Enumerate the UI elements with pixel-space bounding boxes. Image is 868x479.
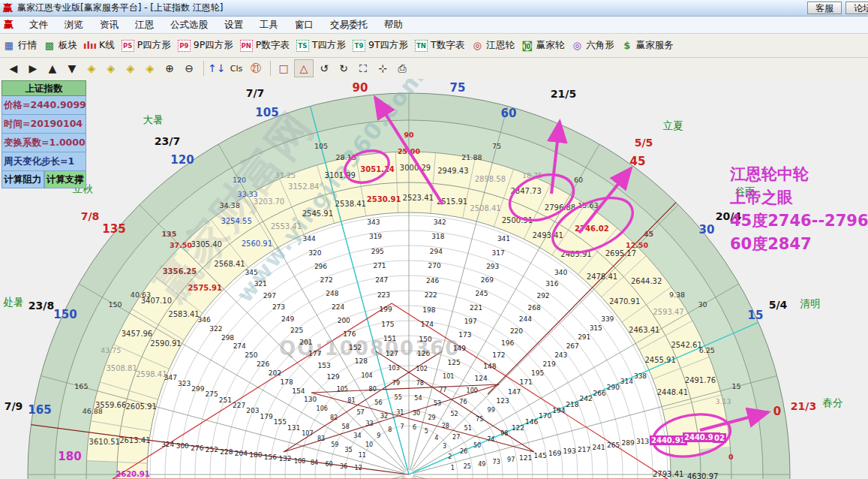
spiral-number: 345 — [245, 269, 258, 276]
spiral-number: 242 — [579, 395, 592, 402]
ring-value: 3610.51 — [89, 438, 120, 446]
ring-value: 60 — [574, 176, 583, 184]
toolbar-item-7[interactable]: T99T四方形 — [353, 39, 408, 52]
spiral-number: 146 — [525, 418, 538, 426]
spiral-number: 342 — [434, 218, 446, 226]
zoom-out-icon[interactable]: ⊖ — [180, 60, 198, 77]
up-arrow-icon[interactable]: ▲ — [44, 60, 62, 77]
menu-item-4[interactable]: 公式选股 — [162, 17, 216, 33]
diamond-up-icon[interactable]: ◈ — [122, 60, 140, 77]
menu-item-1[interactable]: 浏览 — [56, 17, 92, 33]
spiral-number: 84 — [311, 459, 318, 466]
menu-item-7[interactable]: 窗口 — [287, 17, 322, 33]
prev-arrow-icon[interactable]: ◀ — [5, 60, 23, 77]
wheel-outer-label: 大暑 — [143, 113, 164, 127]
spiral-number: 101 — [443, 373, 454, 380]
spiral-number: 241 — [593, 444, 605, 451]
menu-item-9[interactable]: 帮助 — [376, 17, 411, 33]
ring-value: 2493.41 — [532, 231, 563, 240]
next-arrow-icon[interactable]: ▶ — [24, 60, 42, 77]
toolbar-item-8[interactable]: TNT数字表 — [415, 39, 464, 52]
T四方形-icon: TS — [296, 40, 309, 52]
presentation-icon[interactable]: ⎙ — [393, 60, 411, 77]
spiral-number: 27 — [452, 434, 460, 441]
menu-item-0[interactable]: 文件 — [21, 17, 56, 33]
menu-item-3[interactable]: 江恩 — [127, 17, 162, 33]
toolbar-item-9[interactable]: ◎江恩轮 — [471, 39, 515, 52]
spiral-number: 50 — [473, 442, 481, 449]
wheel-outer-label: 105 — [255, 106, 278, 119]
spiral-number: 52 — [450, 411, 458, 417]
toolbar-item-4[interactable]: P99P四方形 — [178, 39, 233, 52]
toolbar-item-5[interactable]: PNP数字表 — [240, 39, 290, 52]
spiral-number: 265 — [607, 441, 620, 449]
spiral-number: 81 — [347, 397, 355, 404]
fit-screen-icon[interactable]: ⊹ — [374, 60, 392, 77]
updown-axis-icon[interactable]: ↑↓ — [208, 60, 226, 77]
square-tool-icon[interactable]: □ — [275, 60, 293, 77]
spiral-number: 79 — [392, 380, 400, 387]
zoom-in-icon[interactable]: ⊕ — [161, 60, 179, 77]
diamond-down-icon[interactable]: ◈ — [141, 60, 159, 77]
spiral-number: 58 — [342, 423, 350, 430]
toolbar-item-6[interactable]: TST四方形 — [296, 39, 346, 52]
spiral-number: 35 — [345, 447, 353, 453]
spiral-number: 8 — [388, 426, 392, 433]
ring-value: 2898.58 — [475, 175, 506, 183]
gann-wheel-canvas[interactable]: 赢家财富网www.yingjia360.comQQ:10080036015304… — [0, 79, 868, 479]
wheel-outer-label: 165 — [28, 403, 51, 417]
ring-value: 43.75 — [101, 346, 121, 354]
calendar-icon[interactable]: ㉑ — [247, 60, 265, 77]
toolbar-item-0[interactable]: ▦行情 — [3, 39, 37, 52]
toolbar-item-10[interactable]: ㉈赢家轮 — [521, 39, 565, 52]
toolbar-item-11[interactable]: ◎六角形 — [571, 39, 614, 52]
fullscreen-icon[interactable]: ⛶ — [354, 60, 372, 77]
spiral-number: 59 — [331, 441, 338, 448]
menu-item-2[interactable]: 资讯 — [92, 17, 127, 33]
ring-value: 2491.76 — [685, 376, 716, 384]
spiral-number: 270 — [428, 262, 440, 270]
spiral-number: 243 — [554, 351, 567, 359]
service-button[interactable]: 客服 — [807, 2, 842, 14]
spiral-number: 170 — [539, 412, 551, 420]
板块-icon: ▩ — [44, 41, 56, 51]
spiral-number: 224 — [332, 303, 344, 311]
ring-value: 2605.91 — [125, 402, 156, 411]
toolbar-item-3[interactable]: PSP四方形 — [122, 39, 171, 52]
spiral-number: 154 — [292, 387, 305, 395]
spiral-number: 73 — [493, 459, 500, 465]
wheel-value: 4630.97 — [687, 472, 718, 479]
menu-item-5[interactable]: 设置 — [216, 17, 251, 33]
spiral-number: 2 — [448, 453, 452, 460]
diamond-left-icon[interactable]: ◈ — [83, 60, 101, 77]
rotate-ccw-icon[interactable]: ↺ — [315, 60, 333, 77]
clear-icon[interactable]: Cls — [227, 60, 245, 77]
calc-resistance-button[interactable]: 计算阻力 — [2, 171, 44, 188]
spiral-number: 28 — [442, 423, 449, 429]
toolbar-item-12[interactable]: $赢家服务 — [621, 39, 674, 52]
menu-bar: 赢 文件浏览资讯江恩公式选股设置工具窗口交易委托帮助 — [0, 17, 868, 34]
P四方形-icon: PS — [122, 40, 134, 52]
spiral-number: 295 — [371, 248, 384, 255]
ring-value: 3203.70 — [254, 197, 284, 206]
rotate-cw-icon[interactable]: ↻ — [335, 60, 353, 77]
spiral-number: 292 — [536, 292, 549, 300]
toolbar-item-1[interactable]: ▩板块 — [44, 39, 77, 52]
spiral-number: 346 — [197, 316, 210, 324]
toolbar-item-2[interactable]: ılııK线 — [84, 39, 115, 52]
menu-item-8[interactable]: 交易委托 — [322, 17, 376, 33]
ring-value: 9.38 — [669, 291, 685, 299]
calc-support-button[interactable]: 计算支撑 — [44, 171, 87, 188]
menu-item-6[interactable]: 工具 — [251, 17, 287, 33]
annotation-note: 江恩轮中轮上帝之眼45度2746--279660度2847 — [730, 163, 868, 256]
ring-value: 150 — [108, 300, 122, 309]
spiral-number: 199 — [380, 306, 392, 313]
diamond-right-icon[interactable]: ◈ — [102, 60, 120, 77]
spiral-number: 105 — [337, 386, 348, 393]
ring-value: 3254.55 — [221, 217, 251, 225]
forum-button[interactable]: 论坛 — [845, 2, 868, 14]
panel-row-1: 时间=20190104 — [2, 115, 86, 134]
triangle-tool-icon[interactable]: △ — [294, 59, 314, 77]
down-arrow-icon[interactable]: ▼ — [63, 60, 81, 77]
ring-value: 2593.47 — [653, 308, 683, 316]
